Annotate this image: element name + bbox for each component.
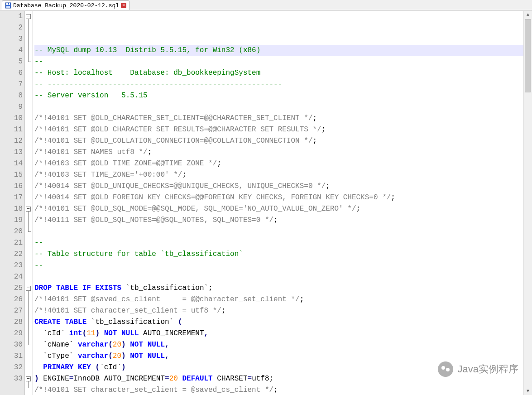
line-number: 28 bbox=[2, 317, 23, 328]
line-number: 18 bbox=[2, 203, 23, 215]
scroll-thumb[interactable] bbox=[525, 19, 531, 92]
scroll-down-icon[interactable]: ▼ bbox=[524, 387, 532, 395]
watermark-text: Java实例程序 bbox=[458, 362, 518, 376]
fold-end-mark bbox=[28, 62, 31, 62]
code-line[interactable]: /*!40101 SET @OLD_COLLATION_CONNECTION=@… bbox=[34, 135, 523, 147]
code-line[interactable] bbox=[34, 271, 523, 283]
fold-toggle-icon[interactable]: − bbox=[26, 376, 31, 381]
code-line[interactable]: -- bbox=[34, 56, 523, 67]
line-number: 21 bbox=[2, 237, 23, 249]
line-number: 3 bbox=[2, 34, 23, 45]
code-line[interactable]: `cName` varchar(20) NOT NULL, bbox=[34, 339, 523, 351]
line-number: 23 bbox=[2, 260, 23, 271]
code-line[interactable]: -- bbox=[34, 237, 523, 249]
line-number: 32 bbox=[2, 362, 23, 373]
fold-toggle-icon[interactable]: − bbox=[26, 207, 31, 212]
editor-tabstrip: Database_Backup_2020-02-12.sql ✕ bbox=[0, 0, 532, 10]
line-number: 22 bbox=[2, 249, 23, 260]
watermark: Java实例程序 bbox=[438, 361, 518, 377]
code-line[interactable]: /*!40014 SET @OLD_UNIQUE_CHECKS=@@UNIQUE… bbox=[34, 181, 523, 192]
code-line[interactable]: -- bbox=[34, 260, 523, 271]
line-number: 30 bbox=[2, 339, 23, 351]
code-line[interactable]: -- -------------------------------------… bbox=[34, 79, 523, 90]
fold-column: −−−− bbox=[25, 11, 33, 395]
line-number: 5 bbox=[2, 56, 23, 67]
code-line[interactable]: /*!40101 SET @OLD_SQL_MODE=@@SQL_MODE, S… bbox=[34, 203, 523, 215]
code-line[interactable]: /*!40111 SET @OLD_SQL_NOTES=@@SQL_NOTES,… bbox=[34, 215, 523, 226]
code-line[interactable] bbox=[34, 101, 523, 113]
line-number: 27 bbox=[2, 305, 23, 317]
code-line[interactable]: /*!40101 SET NAMES utf8 */; bbox=[34, 147, 523, 158]
line-number: 10 bbox=[2, 113, 23, 124]
fold-guide-line bbox=[28, 381, 29, 388]
line-number: 25 bbox=[2, 283, 23, 294]
fold-guide-line bbox=[28, 19, 29, 62]
code-line[interactable]: /*!40101 SET @OLD_CHARACTER_SET_RESULTS=… bbox=[34, 124, 523, 135]
line-number: 17 bbox=[2, 192, 23, 203]
code-line[interactable]: DROP TABLE IF EXISTS `tb_classification`… bbox=[34, 283, 523, 294]
code-line[interactable]: `cType` varchar(20) NOT NULL, bbox=[34, 351, 523, 362]
fold-guide-line bbox=[28, 212, 29, 231]
code-line[interactable]: /*!40103 SET @OLD_TIME_ZONE=@@TIME_ZONE … bbox=[34, 158, 523, 169]
line-number: 24 bbox=[2, 271, 23, 283]
vertical-scrollbar[interactable]: ▲ ▼ bbox=[523, 11, 532, 395]
line-number: 6 bbox=[2, 67, 23, 79]
line-number: 16 bbox=[2, 181, 23, 192]
fold-end-mark bbox=[28, 345, 31, 345]
code-line[interactable]: -- Host: localhost Database: db_bookkeep… bbox=[34, 67, 523, 79]
code-line[interactable]: CREATE TABLE `tb_classification` ( bbox=[34, 317, 523, 328]
close-icon[interactable]: ✕ bbox=[121, 3, 126, 8]
code-line[interactable]: /*!40014 SET @OLD_FOREIGN_KEY_CHECKS=@@F… bbox=[34, 192, 523, 203]
line-number: 2 bbox=[2, 22, 23, 34]
line-number: 26 bbox=[2, 294, 23, 305]
line-number: 11 bbox=[2, 124, 23, 135]
line-number: 7 bbox=[2, 79, 23, 90]
active-line-highlight bbox=[33, 11, 523, 22]
code-line[interactable] bbox=[34, 226, 523, 237]
code-line[interactable]: /*!40101 SET @OLD_CHARACTER_SET_CLIENT=@… bbox=[34, 113, 523, 124]
line-number: 33 bbox=[2, 373, 23, 385]
svg-rect-3 bbox=[8, 3, 9, 5]
line-number: 4 bbox=[2, 45, 23, 56]
code-line[interactable]: /*!40101 SET character_set_client = @sav… bbox=[34, 385, 523, 395]
save-icon bbox=[5, 2, 11, 9]
fold-toggle-icon[interactable]: − bbox=[26, 14, 31, 19]
tab-filename: Database_Backup_2020-02-12.sql bbox=[13, 2, 119, 9]
fold-guide-line bbox=[28, 291, 29, 345]
line-number: 15 bbox=[2, 169, 23, 181]
line-number: 13 bbox=[2, 147, 23, 158]
code-editor[interactable]: 1234567891011121314151617181920212223242… bbox=[0, 10, 532, 395]
code-line[interactable]: -- Server version 5.5.15 bbox=[34, 90, 523, 101]
line-number: 9 bbox=[2, 101, 23, 113]
svg-rect-2 bbox=[6, 6, 10, 8]
line-number-gutter: 1234567891011121314151617181920212223242… bbox=[0, 11, 25, 395]
wechat-icon bbox=[438, 361, 453, 377]
line-number: 8 bbox=[2, 90, 23, 101]
line-number: 14 bbox=[2, 158, 23, 169]
code-line[interactable]: -- MySQL dump 10.13 Distrib 5.5.15, for … bbox=[34, 45, 523, 56]
line-number: 29 bbox=[2, 328, 23, 339]
code-line[interactable]: `cId` int(11) NOT NULL AUTO_INCREMENT, bbox=[34, 328, 523, 339]
code-line[interactable]: -- Table structure for table `tb_classif… bbox=[34, 249, 523, 260]
line-number: 1 bbox=[2, 11, 23, 22]
file-tab[interactable]: Database_Backup_2020-02-12.sql ✕ bbox=[2, 0, 129, 10]
line-number: 12 bbox=[2, 135, 23, 147]
code-line[interactable]: /*!40103 SET TIME_ZONE='+00:00' */; bbox=[34, 169, 523, 181]
code-area[interactable]: -- MySQL dump 10.13 Distrib 5.5.15, for … bbox=[33, 11, 523, 395]
fold-toggle-icon[interactable]: − bbox=[26, 286, 31, 291]
scroll-up-icon[interactable]: ▲ bbox=[524, 11, 532, 19]
line-number: 19 bbox=[2, 215, 23, 226]
fold-end-mark bbox=[28, 231, 31, 232]
code-line[interactable]: /*!40101 SET @saved_cs_client = @@charac… bbox=[34, 294, 523, 305]
code-line[interactable]: /*!40101 SET character_set_client = utf8… bbox=[34, 305, 523, 317]
line-number: 31 bbox=[2, 351, 23, 362]
line-number: 20 bbox=[2, 226, 23, 237]
